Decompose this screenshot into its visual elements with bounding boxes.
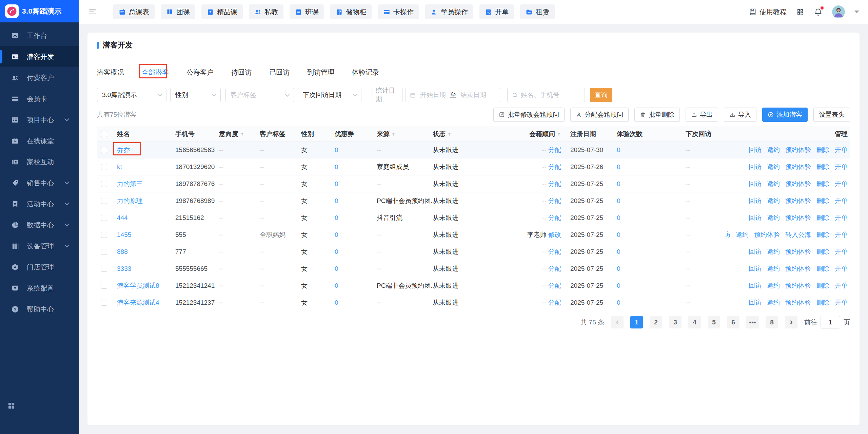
notification-bell-icon[interactable] <box>814 7 823 16</box>
row-checkbox[interactable] <box>101 164 107 170</box>
prospect-name-link[interactable]: 乔乔 <box>117 146 130 153</box>
trial-count-link[interactable]: 0 <box>617 265 620 272</box>
next-page-button[interactable]: › <box>785 316 797 328</box>
book-experience-link[interactable]: 预约体验 <box>785 298 811 307</box>
assign-link[interactable]: 分配 <box>548 281 561 290</box>
filter-funnel-icon[interactable] <box>391 132 396 136</box>
filter-funnel-icon[interactable] <box>447 132 452 136</box>
coupon-count-link[interactable]: 0 <box>335 146 338 154</box>
assign-link[interactable]: 分配 <box>548 298 561 307</box>
delete-link[interactable]: 删除 <box>816 298 829 307</box>
invite-link[interactable]: 邀约 <box>767 196 780 205</box>
coupon-count-link[interactable]: 0 <box>335 299 338 306</box>
sidebar-item-home-school[interactable]: 家校互动 <box>0 151 79 172</box>
billing-link[interactable]: 开单 <box>835 213 848 222</box>
rental-button[interactable]: 租赁 <box>520 4 555 19</box>
store-select[interactable]: 3.0舞蹈演示 <box>97 88 166 102</box>
visit-link[interactable]: 回访 <box>749 298 762 307</box>
trial-count-link[interactable]: 0 <box>617 214 620 222</box>
page-button-4[interactable]: 4 <box>688 316 701 328</box>
tab-experience-records[interactable]: 体验记录 <box>352 68 379 77</box>
invite-link[interactable]: 邀约 <box>767 163 780 171</box>
delete-link[interactable]: 删除 <box>816 230 829 239</box>
trial-count-link[interactable]: 0 <box>617 248 620 256</box>
invite-link[interactable]: 邀约 <box>736 230 749 239</box>
coupon-count-link[interactable]: 0 <box>335 282 338 289</box>
delete-link[interactable]: 删除 <box>816 213 829 222</box>
assign-link[interactable]: 分配 <box>548 146 561 154</box>
prospect-name-link[interactable]: 1455 <box>117 231 131 238</box>
visit-link[interactable]: 回访 <box>749 213 762 222</box>
assign-link[interactable]: 分配 <box>548 163 561 171</box>
import-button[interactable]: 导入 <box>724 108 756 122</box>
book-experience-link[interactable]: 预约体验 <box>785 180 811 188</box>
billing-link[interactable]: 开单 <box>835 230 848 239</box>
prospect-name-link[interactable]: 力的第三 <box>117 180 143 187</box>
invite-link[interactable]: 邀约 <box>767 264 780 273</box>
visit-link[interactable]: 回访 <box>726 230 730 239</box>
assign-link[interactable]: 分配 <box>548 213 561 222</box>
sidebar-item-online-class[interactable]: 在线课堂 <box>0 130 79 151</box>
book-experience-link[interactable]: 预约体验 <box>785 163 811 171</box>
billing-link[interactable]: 开单 <box>835 281 848 290</box>
qr-code-icon[interactable] <box>796 8 804 16</box>
billing-link[interactable]: 开单 <box>835 264 848 273</box>
coupon-count-link[interactable]: 0 <box>335 163 338 171</box>
billing-button[interactable]: 开单 <box>479 4 514 19</box>
sidebar-item-project-center[interactable]: 项目中心 <box>0 109 79 130</box>
page-button-8[interactable]: 8 <box>766 316 778 328</box>
book-experience-link[interactable]: 预约体验 <box>785 213 811 222</box>
stat-date-type-select[interactable]: 统计日期 <box>372 88 403 102</box>
set-table-header-button[interactable]: 设置表头 <box>813 108 850 122</box>
invite-link[interactable]: 邀约 <box>767 146 780 154</box>
visit-link[interactable]: 回访 <box>749 196 762 205</box>
coupon-count-link[interactable]: 0 <box>335 197 338 205</box>
page-button-3[interactable]: 3 <box>669 316 682 328</box>
book-experience-link[interactable]: 预约体验 <box>754 230 780 239</box>
assign-link[interactable]: 分配 <box>548 180 561 188</box>
prospect-name-link[interactable]: 444 <box>117 214 128 221</box>
query-button[interactable]: 查询 <box>590 88 612 102</box>
trial-count-link[interactable]: 0 <box>617 146 620 154</box>
page-button-6[interactable]: 6 <box>727 316 739 328</box>
coupon-count-link[interactable]: 0 <box>335 214 338 222</box>
prospect-name-link[interactable]: 潜客学员测试8 <box>117 282 159 289</box>
trial-count-link[interactable]: 0 <box>617 163 620 171</box>
locker-button[interactable]: 储物柜 <box>330 4 372 19</box>
trial-count-link[interactable]: 0 <box>617 299 620 306</box>
coupon-count-link[interactable]: 0 <box>335 265 338 272</box>
next-visit-date-select[interactable]: 下次回访日期 <box>298 88 361 102</box>
sidebar-item-help-center[interactable]: ? 帮助中心 <box>0 299 79 320</box>
prospect-name-link[interactable]: 888 <box>117 248 128 255</box>
trial-count-link[interactable]: 0 <box>617 197 620 205</box>
page-button-5[interactable]: 5 <box>708 316 720 328</box>
add-prospect-button[interactable]: 添加潜客 <box>762 108 808 122</box>
to-public-pool-link[interactable]: 转入公海 <box>785 230 811 239</box>
premium-class-button[interactable]: 精品课 <box>201 4 243 19</box>
private-coach-button[interactable]: 私教 <box>249 4 283 19</box>
invite-link[interactable]: 邀约 <box>767 213 780 222</box>
class-course-button[interactable]: 班课 <box>290 4 324 19</box>
apps-grid-icon[interactable] <box>7 402 15 410</box>
billing-link[interactable]: 开单 <box>835 163 848 171</box>
visit-link[interactable]: 回访 <box>749 146 762 154</box>
book-experience-link[interactable]: 预约体验 <box>785 196 811 205</box>
visit-link[interactable]: 回访 <box>749 163 762 171</box>
delete-link[interactable]: 删除 <box>816 180 829 188</box>
sidebar-item-store-management[interactable]: 门店管理 <box>0 257 79 278</box>
trial-count-link[interactable]: 0 <box>617 282 620 289</box>
invite-link[interactable]: 邀约 <box>767 281 780 290</box>
trial-count-link[interactable]: 0 <box>617 231 620 239</box>
search-input[interactable] <box>521 91 578 99</box>
row-checkbox[interactable] <box>101 249 107 255</box>
tab-all-prospects[interactable]: 全部潜客 <box>142 68 169 77</box>
prospect-name-link[interactable]: 3333 <box>117 265 131 272</box>
invite-link[interactable]: 邀约 <box>767 247 780 256</box>
billing-link[interactable]: 开单 <box>835 196 848 205</box>
student-ops-button[interactable]: 学员操作 <box>425 4 473 19</box>
sidebar-item-data-center[interactable]: 数据中心 <box>0 214 79 235</box>
coupon-count-link[interactable]: 0 <box>335 231 338 239</box>
trial-count-link[interactable]: 0 <box>617 180 620 188</box>
billing-link[interactable]: 开单 <box>835 180 848 188</box>
book-experience-link[interactable]: 预约体验 <box>785 247 811 256</box>
